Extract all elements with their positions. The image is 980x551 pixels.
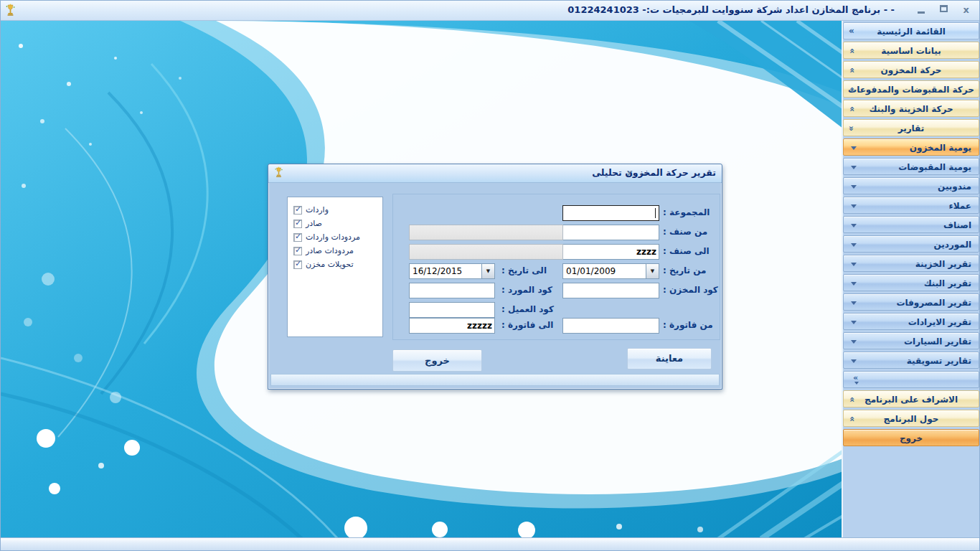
maximize-icon[interactable] (940, 5, 948, 12)
chevrons-down-icon: » (843, 397, 860, 402)
to-item-field[interactable] (562, 244, 659, 260)
sidebar-item-basic-data[interactable]: » بيانات اساسية (843, 42, 979, 59)
sidebar-item-receipts-payments-journal[interactable]: يومية المقبوضات والمدفوعات (843, 158, 979, 175)
dialog-title: تقرير حركة المخزون تحليلى (592, 167, 716, 178)
check-icon: ✓ (295, 232, 301, 241)
movement-types-listbox[interactable]: ✓ واردات ✓ صادر ✓ مردودات واردات ✓ مردود… (287, 197, 383, 337)
check-icon: ✓ (295, 204, 301, 214)
triangle-down-icon (851, 282, 857, 286)
sidebar-item-marketing-reports[interactable]: تقارير تسويقية (843, 352, 979, 369)
app-icon (5, 4, 16, 20)
exit-button[interactable]: خروج (392, 349, 482, 372)
sidebar-item-clients[interactable]: عملاء (843, 197, 979, 214)
disabled-field-1 (409, 225, 563, 240)
to-invoice-field[interactable] (409, 318, 495, 334)
check-icon: ✓ (295, 218, 301, 227)
client-code-label: كود العميل : (501, 304, 554, 314)
sidebar-item-inventory-movement[interactable]: » حركة المخزون (843, 61, 979, 78)
close-icon[interactable]: x (963, 5, 969, 15)
triangle-down-icon (851, 301, 857, 305)
sidebar-item-main-menu[interactable]: » القائمة الرئيسية (843, 22, 979, 39)
supplier-code-label: كود المورد : (501, 285, 552, 295)
from-date-combo[interactable]: 01/01/2009 ▼ (562, 263, 659, 279)
chevrons-right-icon: » (849, 23, 854, 40)
triangle-down-icon: ▼ (651, 269, 654, 274)
sidebar-item-program-supervision[interactable]: » الاشراف على البرنامج (843, 390, 979, 408)
checkbox-outgoing-returns[interactable]: ✓ (293, 247, 302, 255)
dropdown-button[interactable]: ▼ (482, 263, 495, 279)
chevrons-down-icon: » (843, 416, 860, 422)
sidebar-item-expenses-report[interactable]: تقرير المصروفات (843, 293, 979, 311)
chevrons-down-icon: » (843, 67, 860, 73)
from-item-label: من صنف : (663, 227, 707, 237)
sidebar-item-reports[interactable]: » تقارير (843, 119, 979, 136)
sidebar-item-cars-reports[interactable]: تقارير السيارات (843, 332, 979, 349)
sidebar-item-inventory-journal[interactable]: يومية المخزون (843, 138, 979, 156)
from-item-field[interactable] (562, 225, 659, 240)
to-date-label: الى تاريخ : (501, 265, 547, 276)
sidebar: » القائمة الرئيسية » بيانات اساسية » حرك… (842, 21, 979, 539)
checkbox-warehouse-transfers[interactable]: ✓ (293, 260, 302, 269)
sidebar-item-revenues-report[interactable]: تقرير الايرادات (843, 313, 979, 330)
chevrons-down-icon: » (843, 106, 860, 112)
checkbox-incoming[interactable]: ✓ (293, 206, 302, 215)
from-date-label: من تاريخ : (663, 265, 706, 276)
sidebar-item-treasury-bank-movement[interactable]: » حركة الخزينة والبنك (843, 100, 979, 117)
check-icon: ✓ (295, 259, 301, 268)
window-title: - - برنامج المخازن اعداد شركة سنووايت لل… (567, 4, 895, 15)
to-date-combo[interactable]: 16/12/2015 ▼ (409, 263, 495, 279)
chevrons-down-icon: » (843, 48, 860, 54)
dropdown-button[interactable]: ▼ (646, 263, 659, 279)
dialog-titlebar: x تقرير حركة المخزون تحليلى (268, 164, 722, 183)
check-icon: ✓ (295, 245, 301, 255)
list-item[interactable]: ✓ واردات (288, 203, 382, 217)
sidebar-item-overflow[interactable]: » (843, 371, 979, 388)
sidebar-item-bank-report[interactable]: تقرير البنك (843, 274, 979, 291)
from-date-value[interactable]: 01/01/2009 (562, 263, 646, 279)
triangle-down-icon (851, 204, 857, 208)
list-item[interactable]: ✓ صادر (288, 217, 382, 230)
sidebar-item-representatives[interactable]: مندوبين (843, 177, 979, 194)
triangle-down-icon: ▼ (486, 269, 490, 274)
triangle-down-icon (851, 185, 857, 189)
triangle-down-icon (854, 382, 859, 385)
triangle-down-icon (851, 359, 857, 363)
triangle-down-icon (851, 243, 857, 247)
app-window: - - برنامج المخازن اعداد شركة سنووايت لل… (0, 0, 980, 551)
sidebar-item-receipts-payments-movement[interactable]: » حركة المقبوضات والمدفوعات (843, 80, 979, 98)
sidebar-item-treasury-report[interactable]: تقرير الخزينة (843, 255, 979, 272)
triangle-down-icon (851, 166, 857, 169)
checkbox-incoming-returns[interactable]: ✓ (293, 233, 302, 242)
window-titlebar: - - برنامج المخازن اعداد شركة سنووايت لل… (1, 1, 979, 21)
warehouse-code-label: كود المخزن : (663, 285, 718, 295)
minimize-icon[interactable] (918, 5, 925, 14)
disabled-field-2 (409, 244, 563, 260)
to-date-value[interactable]: 16/12/2015 (409, 263, 482, 279)
checkbox-outgoing[interactable]: ✓ (293, 220, 302, 228)
report-dialog: x تقرير حركة المخزون تحليلى ✓ واردات ✓ ص… (268, 164, 722, 390)
list-item[interactable]: ✓ تحويلات مخزن (288, 258, 382, 271)
to-invoice-label: الى فاتورة : (501, 320, 553, 330)
sidebar-item-about-program[interactable]: » حول البرنامج (843, 410, 979, 427)
chevrons-down-icon: » (843, 87, 860, 93)
supplier-code-field[interactable] (409, 283, 495, 298)
dialog-icon (274, 166, 283, 182)
group-label: المجموعة : (663, 207, 710, 217)
triangle-down-icon (851, 321, 857, 324)
text-caret (655, 208, 656, 218)
dialog-bottom-strip (270, 374, 720, 386)
group-field[interactable] (562, 205, 659, 221)
sidebar-item-exit[interactable]: خروج (843, 429, 979, 446)
sidebar-item-suppliers[interactable]: الموردين (843, 235, 979, 253)
list-item[interactable]: ✓ مردودات صادر (288, 244, 382, 258)
triangle-down-icon (851, 263, 857, 266)
sidebar-item-items[interactable]: اصناف (843, 216, 979, 233)
from-invoice-label: من فاتورة : (663, 320, 713, 330)
list-item[interactable]: ✓ مردودات واردات (288, 230, 382, 244)
to-item-label: الى صنف : (663, 246, 710, 256)
warehouse-code-field[interactable] (562, 283, 659, 298)
from-invoice-field[interactable] (562, 318, 659, 334)
client-code-field[interactable] (409, 302, 495, 318)
status-bar (1, 537, 979, 550)
preview-button[interactable]: معاينة (627, 348, 712, 369)
